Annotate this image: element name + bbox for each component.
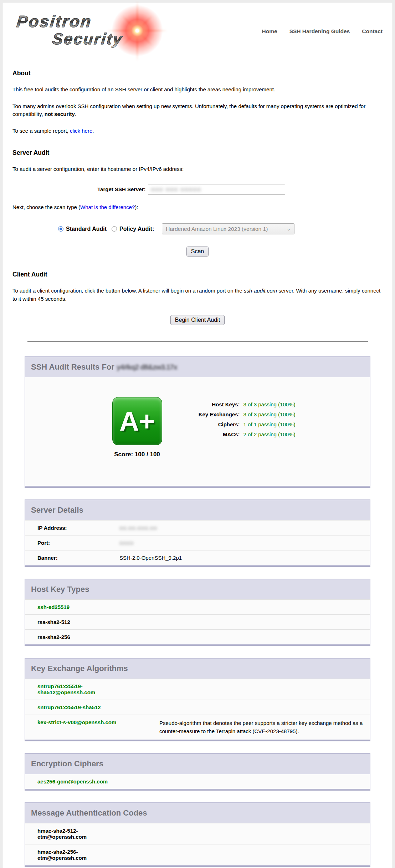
grade-column: A+ Score: 100 / 100 (100, 397, 175, 458)
server-details-box: Server Details IP Address: ●●.●●.●●●.●● … (25, 499, 370, 566)
about-paragraph-1: This free tool audits the configuration … (12, 86, 383, 94)
stat-value: 3 of 3 passing (100%) (240, 411, 296, 417)
table-row: kex-strict-s-v00@openssh.com Pseudo-algo… (25, 715, 370, 740)
banner-value: SSH-2.0-OpenSSH_9.2p1 (119, 555, 182, 561)
about-p3-text: To see a sample report, (12, 128, 70, 134)
host-key-name: rsa-sha2-256 (37, 634, 70, 640)
starburst-ray (136, 0, 138, 61)
banner-label: Banner: (37, 555, 119, 561)
stat-label: MACs: (192, 431, 240, 437)
logo-text-line1: Positron (16, 13, 192, 30)
begin-client-audit-button[interactable]: Begin Client Audit (170, 315, 225, 325)
server-audit-heading: Server Audit (12, 149, 383, 157)
kex-algorithm-name: sntrup761x25519-sha512@openssh.com (37, 683, 127, 695)
host-key-types-title: Host Key Types (25, 579, 370, 599)
port-redacted-value: ●●●● (119, 540, 134, 546)
host-key-types-box: Host Key Types ssh-ed25519 rsa-sha2-512 … (25, 579, 370, 645)
chevron-down-icon: ⌄ (287, 226, 291, 232)
positron-security-logo: Positron Security (12, 8, 191, 54)
about-p2-end: . (75, 111, 76, 117)
stat-label: Host Keys: (192, 401, 240, 407)
site-header: Positron Security Home SSH Hardening Gui… (3, 3, 392, 55)
grade-letter: A+ (119, 408, 155, 435)
stat-row-ciphers: Ciphers: 1 of 1 passing (100%) (192, 421, 296, 427)
encryption-ciphers-box: Encryption Ciphers aes256-gcm@openssh.co… (25, 753, 370, 790)
stat-value: 3 of 3 passing (100%) (240, 401, 296, 407)
table-row: IP Address: ●●.●●.●●●.●● (25, 520, 370, 535)
stat-value: 2 of 2 passing (100%) (240, 431, 296, 437)
begin-client-audit-row: Begin Client Audit (12, 315, 383, 325)
results-area: SSH Audit Results For y4#kq2 d8&zw3.17x … (25, 356, 370, 866)
page: Positron Security Home SSH Hardening Gui… (0, 3, 395, 868)
section-divider (27, 341, 368, 342)
encryption-ciphers-title: Encryption Ciphers (25, 754, 370, 774)
client-audit-domain: ssh-audit.com (244, 288, 277, 294)
kex-algorithm-name: kex-strict-s-v00@openssh.com (37, 719, 127, 735)
client-audit-paragraph: To audit a client configuration, click t… (12, 287, 383, 303)
key-exchange-title: Key Exchange Algorithms (25, 659, 370, 679)
sample-report-link[interactable]: click here (70, 128, 92, 134)
scan-type-difference-link[interactable]: What is the difference? (80, 204, 135, 210)
target-server-row: Target SSH Server: ●●● ●●● ●●●●● (97, 184, 383, 195)
table-row: hmac-sha2-256-etm@openssh.com (25, 844, 370, 865)
scan-button[interactable]: Scan (186, 247, 209, 257)
table-row: Port: ●●●● (25, 535, 370, 550)
server-audit-intro: To audit a server configuration, enter i… (12, 165, 383, 173)
stats-column: Host Keys: 3 of 3 passing (100%) Key Exc… (192, 397, 296, 458)
port-label: Port: (37, 540, 119, 546)
policy-select-value: Hardened Amazon Linux 2023 (version 1) (166, 226, 284, 232)
stat-row-host-keys: Host Keys: 3 of 3 passing (100%) (192, 401, 296, 407)
scan-type-text: Next, choose the scan type ( (12, 204, 80, 210)
standard-audit-radio[interactable] (58, 226, 63, 232)
target-server-label: Target SSH Server: (97, 186, 146, 192)
results-summary-body: A+ Score: 100 / 100 Host Keys: 3 of 3 pa… (25, 377, 370, 486)
standard-audit-label[interactable]: Standard Audit (66, 226, 107, 232)
policy-audit-radio[interactable] (112, 226, 117, 232)
main-nav: Home SSH Hardening Guides Contact (262, 28, 383, 35)
about-p2-bold: not security (45, 111, 75, 117)
policy-select[interactable]: Hardened Amazon Linux 2023 (version 1) ⌄ (162, 223, 294, 234)
cipher-name: aes256-gcm@openssh.com (37, 778, 108, 785)
table-row: aes256-gcm@openssh.com (25, 774, 370, 789)
macs-box: Message Authentication Codes hmac-sha2-5… (25, 802, 370, 866)
scan-button-row: Scan (12, 247, 383, 257)
main-panel: Positron Security Home SSH Hardening Gui… (3, 3, 392, 868)
stat-row-macs: MACs: 2 of 2 passing (100%) (192, 431, 296, 437)
results-summary-title: SSH Audit Results For y4#kq2 d8&zw3.17x (25, 357, 370, 377)
score-label: Score: 100 / 100 (100, 451, 175, 458)
kex-algorithm-desc: Pseudo-algorithm that denotes the peer s… (127, 719, 364, 735)
table-row: rsa-sha2-512 (25, 614, 370, 629)
ip-address-redacted-value: ●●.●●.●●●.●● (119, 525, 157, 531)
nav-home[interactable]: Home (262, 28, 277, 35)
results-title-prefix: SSH Audit Results For (31, 362, 117, 371)
about-paragraph-2: Too many admins overlook SSH configurati… (12, 102, 383, 118)
table-row: sntrup761x25519-sha512 (25, 700, 370, 715)
policy-audit-label[interactable]: Policy Audit: (119, 226, 154, 232)
target-ssh-server-input[interactable]: ●●● ●●● ●●●●● (148, 184, 285, 195)
table-row: rsa-sha2-256 (25, 629, 370, 644)
key-exchange-box: Key Exchange Algorithms sntrup761x25519-… (25, 658, 370, 740)
content: About This free tool audits the configur… (3, 70, 392, 866)
nav-contact[interactable]: Contact (362, 28, 383, 35)
kex-algorithm-name: sntrup761x25519-sha512 (37, 704, 127, 710)
table-row: hmac-sha2-512-etm@openssh.com (25, 823, 370, 844)
scan-type-row: Standard Audit Policy Audit: Hardened Am… (58, 223, 383, 234)
client-audit-text: To audit a client configuration, click t… (12, 288, 244, 294)
scan-type-end: ): (135, 204, 138, 210)
ip-address-label: IP Address: (37, 525, 119, 531)
mac-name: hmac-sha2-256-etm@openssh.com (37, 849, 100, 861)
host-key-name: ssh-ed25519 (37, 604, 70, 610)
stat-row-key-exchanges: Key Exchanges: 3 of 3 passing (100%) (192, 411, 296, 417)
about-heading: About (12, 70, 383, 77)
scan-type-paragraph: Next, choose the scan type (What is the … (12, 203, 383, 212)
table-row: Banner: SSH-2.0-OpenSSH_9.2p1 (25, 550, 370, 565)
nav-ssh-hardening-guides[interactable]: SSH Hardening Guides (289, 28, 350, 35)
kex-algorithm-desc (127, 683, 364, 695)
host-key-name: rsa-sha2-512 (37, 619, 70, 625)
client-audit-heading: Client Audit (12, 271, 383, 278)
server-details-title: Server Details (25, 500, 370, 520)
stat-value: 1 of 1 passing (100%) (240, 421, 296, 427)
stat-label: Key Exchanges: (192, 411, 240, 417)
logo-text-line2: Security (52, 31, 192, 47)
table-row: ssh-ed25519 (25, 599, 370, 614)
